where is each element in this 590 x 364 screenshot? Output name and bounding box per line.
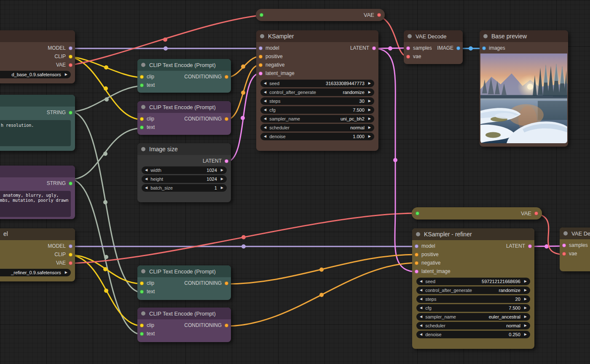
clip-output[interactable]: CLIP bbox=[54, 252, 72, 257]
text-area[interactable]: h resolution. bbox=[0, 120, 71, 146]
images-input-dot[interactable] bbox=[482, 46, 486, 50]
conditioning-output-dot[interactable] bbox=[225, 75, 228, 79]
increment-arrow-icon[interactable] bbox=[524, 331, 527, 338]
link-midpoint-dot[interactable] bbox=[393, 158, 397, 162]
widget-seed[interactable]: seed316333089447773 bbox=[260, 80, 374, 87]
model-output-dot[interactable] bbox=[69, 46, 72, 50]
decrement-arrow-icon[interactable] bbox=[264, 80, 266, 87]
collapse-dot[interactable] bbox=[141, 105, 145, 109]
collapse-dot[interactable] bbox=[141, 269, 145, 273]
conditioning-output[interactable]: CONDITIONING bbox=[184, 280, 228, 286]
node-vae-reroute-top[interactable]: VAE bbox=[256, 9, 385, 21]
increment-arrow-icon[interactable] bbox=[524, 295, 527, 303]
string-output[interactable]: STRING bbox=[47, 180, 72, 186]
increment-arrow-icon[interactable] bbox=[368, 97, 371, 105]
positive-input-dot[interactable] bbox=[259, 55, 263, 59]
input-dot[interactable] bbox=[260, 13, 263, 17]
model-output[interactable]: MODEL bbox=[48, 243, 72, 249]
link-midpoint-dot[interactable] bbox=[319, 293, 324, 297]
model-input[interactable]: model bbox=[259, 45, 279, 51]
image-output-dot[interactable] bbox=[456, 46, 460, 50]
clip-output[interactable]: CLIP bbox=[54, 54, 72, 59]
ckpt-name-combo[interactable]: d_base_0.9.safetensors bbox=[0, 71, 71, 78]
widget-steps[interactable]: steps20 bbox=[416, 295, 530, 303]
decrement-arrow-icon[interactable] bbox=[264, 133, 266, 140]
decrement-arrow-icon[interactable] bbox=[420, 286, 422, 294]
clip-input-dot[interactable] bbox=[140, 117, 144, 121]
increment-arrow-icon[interactable] bbox=[368, 115, 371, 123]
node-checkpoint-refiner[interactable]: el MODEL CLIP VAE _refiner_0.9.safetenso… bbox=[0, 228, 75, 281]
clip-input-dot[interactable] bbox=[140, 281, 144, 285]
increment-arrow-icon[interactable] bbox=[368, 88, 371, 96]
clip-input[interactable]: clip bbox=[140, 322, 154, 328]
decrement-arrow-icon[interactable] bbox=[420, 278, 422, 285]
string-output-dot[interactable] bbox=[69, 111, 72, 115]
widget-denoise[interactable]: denoise0.250 bbox=[416, 331, 530, 338]
widget-seed[interactable]: seed597212121668696 bbox=[416, 278, 530, 285]
decrement-arrow-icon[interactable] bbox=[264, 115, 266, 123]
increment-arrow-icon[interactable] bbox=[368, 80, 371, 87]
text-input[interactable]: text bbox=[140, 331, 155, 337]
decrement-arrow-icon[interactable] bbox=[420, 322, 422, 329]
link-midpoint-dot[interactable] bbox=[104, 86, 108, 91]
decrement-arrow-icon[interactable] bbox=[420, 295, 422, 303]
increment-arrow-icon[interactable] bbox=[524, 322, 527, 329]
negative-input[interactable]: negative bbox=[259, 62, 284, 68]
node-vae-decode-refiner[interactable]: VAE De samples vae bbox=[560, 228, 590, 271]
node-string-negative[interactable]: STRING anatomy, blurry, ugly, mbs, mutat… bbox=[0, 166, 75, 219]
text-input[interactable]: text bbox=[140, 82, 155, 88]
latent-image-input[interactable]: latent_image bbox=[259, 70, 295, 76]
decrement-arrow-icon[interactable] bbox=[420, 313, 422, 321]
input-dot[interactable] bbox=[416, 211, 419, 215]
link-midpoint-dot[interactable] bbox=[241, 64, 245, 69]
node-graph-canvas[interactable]: VAE VAE MODEL CLIP VAE d_base_0.9.safete… bbox=[0, 0, 590, 364]
clip-input-dot[interactable] bbox=[140, 324, 144, 327]
widget-denoise[interactable]: denoise1.000 bbox=[260, 133, 374, 140]
latent-output[interactable]: LATENT bbox=[203, 158, 228, 164]
collapse-dot[interactable] bbox=[141, 63, 145, 67]
node-ksampler-base[interactable]: KSampler modelLATENT positive negative l… bbox=[256, 30, 378, 151]
increment-arrow-icon[interactable] bbox=[368, 124, 371, 131]
combo-arrow-icon[interactable] bbox=[65, 71, 67, 78]
samples-input-dot[interactable] bbox=[562, 244, 566, 247]
link-midpoint-dot[interactable] bbox=[388, 46, 392, 51]
link-midpoint-dot[interactable] bbox=[104, 289, 108, 293]
link-midpoint-dot[interactable] bbox=[105, 97, 109, 102]
samples-input[interactable]: samples bbox=[562, 242, 588, 248]
collapse-dot[interactable] bbox=[416, 232, 420, 236]
vae-output[interactable]: VAE bbox=[56, 260, 72, 266]
node-image-size[interactable]: Image size LATENT width1024 height1024 b… bbox=[137, 143, 231, 202]
node-vae-reroute-right[interactable]: VAE bbox=[412, 207, 542, 219]
decrement-arrow-icon[interactable] bbox=[264, 124, 266, 131]
link-midpoint-dot[interactable] bbox=[103, 267, 107, 271]
decrement-arrow-icon[interactable] bbox=[145, 184, 148, 192]
link-midpoint-dot[interactable] bbox=[319, 268, 324, 272]
node-clip-encode-refiner-negative[interactable]: CLIP Text Encode (Prompt) clipCONDITIONI… bbox=[137, 308, 231, 342]
decrement-arrow-icon[interactable] bbox=[420, 331, 422, 338]
widget-cfg[interactable]: cfg7.500 bbox=[416, 304, 530, 312]
decrement-arrow-icon[interactable] bbox=[264, 106, 266, 114]
positive-input[interactable]: positive bbox=[415, 252, 439, 257]
widget-sampler-name[interactable]: sampler_nameeuler_ancestral bbox=[416, 313, 530, 321]
model-input-dot[interactable] bbox=[415, 244, 418, 248]
widget-control-after-generate[interactable]: control_after_generaterandomize bbox=[416, 286, 530, 294]
conditioning-output[interactable]: CONDITIONING bbox=[184, 322, 228, 328]
widget-steps[interactable]: steps30 bbox=[260, 97, 374, 105]
clip-input[interactable]: clip bbox=[140, 116, 154, 122]
negative-input[interactable]: negative bbox=[415, 260, 440, 266]
clip-output-dot[interactable] bbox=[69, 253, 72, 257]
collapse-dot[interactable] bbox=[563, 231, 568, 236]
node-clip-encode-base-positive[interactable]: CLIP Text Encode (Prompt) clipCONDITIONI… bbox=[137, 59, 231, 93]
link-midpoint-dot[interactable] bbox=[104, 65, 108, 70]
images-input[interactable]: images bbox=[482, 45, 505, 51]
widget-width[interactable]: width1024 bbox=[142, 166, 227, 174]
node-clip-encode-refiner-positive[interactable]: CLIP Text Encode (Prompt) clipCONDITIONI… bbox=[137, 265, 231, 300]
node-clip-encode-base-negative[interactable]: CLIP Text Encode (Prompt) clipCONDITIONI… bbox=[137, 101, 231, 135]
text-input-dot[interactable] bbox=[140, 83, 144, 87]
positive-input[interactable]: positive bbox=[259, 54, 283, 59]
increment-arrow-icon[interactable] bbox=[524, 313, 527, 321]
increment-arrow-icon[interactable] bbox=[221, 184, 223, 192]
link-midpoint-dot[interactable] bbox=[241, 91, 245, 95]
vae-output-dot[interactable] bbox=[377, 13, 381, 17]
widget-batch-size[interactable]: batch_size1 bbox=[142, 184, 227, 192]
